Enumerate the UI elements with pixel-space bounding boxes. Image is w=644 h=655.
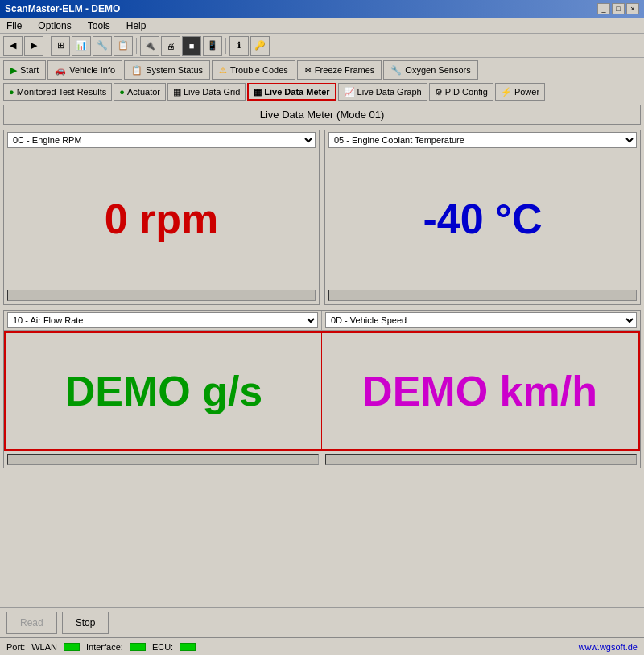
top-meters: 0C - Engine RPM 0 rpm 05 - Engine Coolan… [3,130,641,305]
toolbar-btn-2[interactable]: ▶ [24,36,43,56]
meter-speed-progress [325,454,637,465]
toolbar-btn-10[interactable]: 📱 [203,36,222,56]
maximize-button[interactable]: □ [612,3,625,14]
system-icon: 📋 [131,65,142,76]
meter-rpm-value-area: 0 rpm [4,150,319,287]
status-left: Port: WLAN Interface: ECU: [6,642,196,652]
meter-airflow-select[interactable]: 10 - Air Flow Rate [7,312,318,328]
meter-speed-dropdown: 0D - Vehicle Speed [322,311,640,331]
meter-rpm-value: 0 rpm [105,195,219,243]
meter-speed-select[interactable]: 0D - Vehicle Speed [325,312,637,328]
port-label: Port: [6,642,25,652]
nav-row2: ● Monitored Test Results ● Actuator ▦ Li… [0,80,644,101]
meter-airflow-progress [7,454,319,465]
bottom-meters-header: 10 - Air Flow Rate 0D - Vehicle Speed [4,311,640,331]
tab-live-data-graph[interactable]: 📈 Live Data Graph [338,83,427,101]
actuator-icon: ● [119,87,125,97]
minimize-button[interactable]: _ [597,3,610,14]
demo-speed-value: DEMO km/h [362,367,597,415]
ecu-indicator [180,643,196,651]
toolbar-btn-11[interactable]: ℹ [229,36,249,56]
demo-speed-cell: DEMO km/h [322,333,638,449]
tab-monitored-test-results[interactable]: ● Monitored Test Results [3,83,112,101]
tab-pid-config[interactable]: ⚙ PID Config [429,83,493,101]
toolbar-btn-7[interactable]: 🔌 [140,36,159,56]
title-bar: ScanMaster-ELM - DEMO _ □ × [0,0,644,18]
toolbar-btn-4[interactable]: 📊 [72,36,91,56]
interface-indicator [130,643,146,651]
toolbar-sep-3 [225,38,226,54]
menu-tools[interactable]: Tools [85,20,114,31]
tab-power[interactable]: ⚡ Power [495,83,545,101]
start-icon: ▶ [10,65,17,76]
main-content: Live Data Meter (Mode 01) 0C - Engine RP… [0,101,644,607]
meter-coolant-temp: 05 - Engine Coolant Temperature -40 °C [324,130,641,305]
nav-freeze-frames[interactable]: ❄ Freeze Frames [297,60,382,80]
toolbar: ◀ ▶ ⊞ 📊 🔧 📋 🔌 🖨 ■ 📱 ℹ 🔑 [0,34,644,58]
meter-rpm-progress [7,290,316,301]
monitored-icon: ● [9,87,14,97]
demo-airflow-value: DEMO g/s [65,367,263,415]
demo-airflow-cell: DEMO g/s [6,333,322,449]
toolbar-btn-6[interactable]: 📋 [114,36,133,56]
power-icon: ⚡ [501,87,512,97]
toolbar-btn-5[interactable]: 🔧 [93,36,112,56]
app-window: ScanMaster-ELM - DEMO _ □ × File Options… [0,0,644,655]
website-link[interactable]: www.wgsoft.de [579,642,638,652]
meter-temp-select[interactable]: 05 - Engine Coolant Temperature [328,132,637,148]
tab-actuator[interactable]: ● Actuator [114,83,166,101]
meter-icon: ▦ [254,87,262,97]
read-button[interactable]: Read [6,612,57,634]
vehicle-icon: 🚗 [55,65,66,76]
toolbar-btn-8[interactable]: 🖨 [161,36,180,56]
nav-start[interactable]: ▶ Start [3,60,46,80]
bottom-meters: 10 - Air Flow Rate 0D - Vehicle Speed DE… [3,310,641,468]
tab-live-data-meter[interactable]: ▦ Live Data Meter [247,83,336,101]
graph-icon: 📈 [344,87,355,97]
menu-bar: File Options Tools Help [0,18,644,34]
interface-label: Interface: [86,642,123,652]
toolbar-sep-1 [47,38,47,54]
tab-live-data-grid[interactable]: ▦ Live Data Grid [167,83,246,101]
meter-airflow-dropdown: 10 - Air Flow Rate [4,311,322,331]
meter-temp-value-area: -40 °C [325,150,640,287]
toolbar-btn-1[interactable]: ◀ [3,36,23,56]
oxygen-icon: 🔧 [390,65,402,76]
window-controls: _ □ × [597,3,639,14]
port-value: WLAN [31,642,57,652]
window-title: ScanMaster-ELM - DEMO [5,3,120,14]
meter-temp-progress [328,290,637,301]
freeze-icon: ❄ [304,65,312,76]
port-indicator [64,643,80,651]
grid-icon: ▦ [173,87,181,97]
toolbar-sep-2 [136,38,137,54]
status-bar: Port: WLAN Interface: ECU: www.wgsoft.de [0,637,644,655]
nav-vehicle-info[interactable]: 🚗 Vehicle Info [47,60,122,80]
demo-values-area: DEMO g/s DEMO km/h [4,331,640,451]
meter-temp-dropdown: 05 - Engine Coolant Temperature [325,130,640,150]
toolbar-btn-12[interactable]: 🔑 [250,36,270,56]
close-button[interactable]: × [626,3,639,14]
meter-engine-rpm: 0C - Engine RPM 0 rpm [3,130,320,305]
nav-oxygen-sensors[interactable]: 🔧 Oxygen Sensors [383,60,477,80]
pid-icon: ⚙ [435,87,443,97]
bottom-bar: Read Stop [0,607,644,637]
nav-row1: ▶ Start 🚗 Vehicle Info 📋 System Status ⚠… [0,58,644,80]
toolbar-btn-3[interactable]: ⊞ [51,36,70,56]
nav-trouble-codes[interactable]: ⚠ Trouble Codes [212,60,295,80]
trouble-icon: ⚠ [219,65,227,76]
toolbar-btn-9[interactable]: ■ [182,36,201,56]
meter-temp-value: -40 °C [423,195,543,243]
nav-system-status[interactable]: 📋 System Status [124,60,210,80]
menu-help[interactable]: Help [123,20,150,31]
section-header: Live Data Meter (Mode 01) [3,105,641,125]
meter-rpm-select[interactable]: 0C - Engine RPM [7,132,316,148]
bottom-progress-row [4,451,640,468]
stop-button[interactable]: Stop [62,612,109,634]
meter-rpm-dropdown: 0C - Engine RPM [4,130,319,150]
menu-options[interactable]: Options [35,20,74,31]
menu-file[interactable]: File [3,20,25,31]
ecu-label: ECU: [152,642,173,652]
